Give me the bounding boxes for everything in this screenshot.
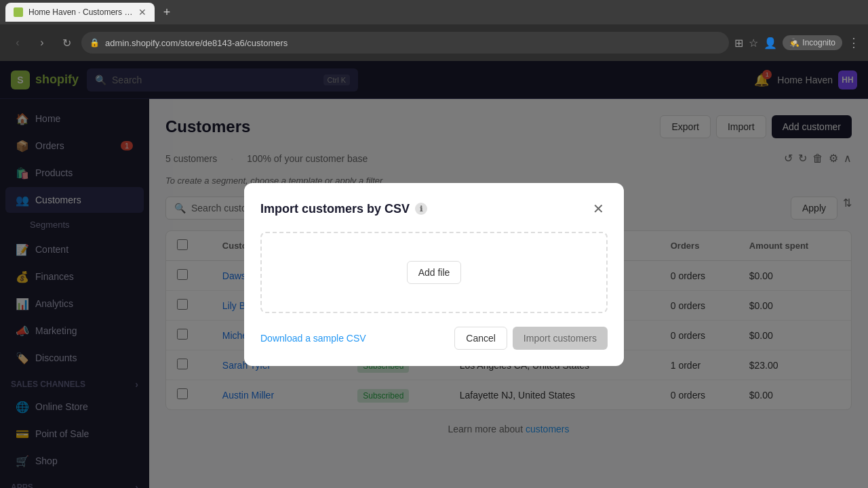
- modal-close-button[interactable]: ✕: [589, 199, 608, 218]
- import-customers-button[interactable]: Import customers: [513, 327, 608, 350]
- info-icon[interactable]: ℹ: [415, 203, 427, 215]
- forward-button[interactable]: ›: [33, 33, 52, 52]
- import-csv-modal: Import customers by CSV ℹ ✕ Add file Dow…: [244, 183, 624, 366]
- bookmark-icon[interactable]: ☆: [749, 37, 758, 49]
- incognito-icon: 🕵️: [789, 38, 800, 47]
- profile-icon[interactable]: 👤: [764, 37, 777, 49]
- modal-header: Import customers by CSV ℹ ✕: [260, 199, 608, 218]
- extensions-icon[interactable]: ⊞: [734, 37, 743, 49]
- modal-title: Import customers by CSV ℹ: [260, 202, 427, 216]
- address-bar[interactable]: 🔒 admin.shopify.com/store/de8143-a6/cust…: [81, 32, 729, 54]
- new-tab-button[interactable]: +: [157, 3, 176, 22]
- modal-overlay: Import customers by CSV ℹ ✕ Add file Dow…: [0, 61, 868, 488]
- incognito-button[interactable]: 🕵️ Incognito: [783, 35, 842, 50]
- cancel-button[interactable]: Cancel: [454, 327, 507, 350]
- add-file-label: Add file: [418, 267, 450, 278]
- browser-nav-actions: ⊞ ☆ 👤 🕵️ Incognito ⋮: [734, 35, 860, 50]
- tab-title: Home Haven · Customers · Sho: [28, 7, 133, 17]
- browser-tab[interactable]: Home Haven · Customers · Sho ✕: [5, 3, 155, 22]
- file-drop-zone[interactable]: Add file: [260, 232, 608, 313]
- back-button[interactable]: ‹: [8, 33, 27, 52]
- modal-actions: Cancel Import customers: [454, 327, 608, 350]
- modal-title-text: Import customers by CSV: [260, 202, 410, 216]
- download-csv-link[interactable]: Download a sample CSV: [260, 333, 366, 344]
- menu-icon[interactable]: ⋮: [848, 35, 860, 50]
- modal-footer: Download a sample CSV Cancel Import cust…: [260, 327, 608, 350]
- tab-close-btn[interactable]: ✕: [138, 7, 146, 18]
- lock-icon: 🔒: [90, 38, 100, 47]
- incognito-label: Incognito: [802, 38, 835, 47]
- refresh-button[interactable]: ↻: [57, 33, 76, 52]
- add-file-button[interactable]: Add file: [407, 261, 462, 284]
- tab-favicon: [14, 7, 23, 17]
- address-text: admin.shopify.com/store/de8143-a6/custom…: [105, 38, 288, 48]
